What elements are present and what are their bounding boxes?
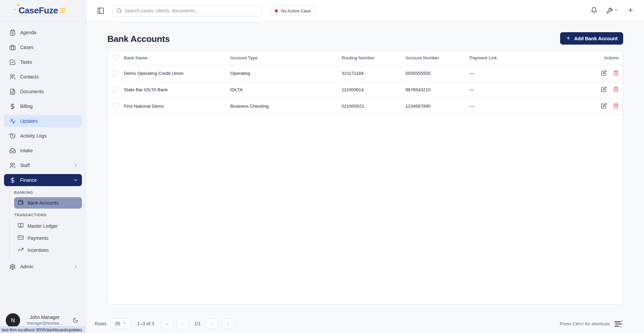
rows-label: Rows — [95, 321, 106, 326]
credit-card-icon — [18, 235, 23, 242]
table-row[interactable]: State Bar IOLTA Bank IOLTA 111000614 987… — [108, 81, 623, 98]
bell-icon — [591, 7, 597, 15]
global-search — [112, 5, 262, 16]
row-checkbox[interactable] — [112, 103, 118, 109]
wallet-icon — [18, 200, 23, 207]
sidebar-item-billing[interactable]: Billing — [4, 100, 82, 112]
app-window: ✦ ✦ CaseFuze Agenda Cases — [0, 0, 644, 333]
table-header-row: Bank Name Account Type Routing Number Ac… — [108, 51, 623, 65]
column-header-routing-number[interactable]: Routing Number — [342, 51, 405, 65]
pagination-range: 1–3 of 3 — [137, 321, 154, 326]
sidebar-item-activity-logs[interactable]: Activity Logs — [4, 130, 82, 142]
column-header-account-number[interactable]: Account Number — [405, 51, 469, 65]
file-text-icon — [9, 89, 16, 95]
cell-routing-number: 321171184 — [342, 65, 405, 81]
rows-per-page-select[interactable]: 20 — [110, 318, 131, 329]
history-icon — [9, 133, 16, 139]
dollar-icon — [9, 177, 16, 183]
search-input[interactable] — [125, 8, 257, 13]
column-header-payment-link[interactable]: Payment Link — [469, 51, 577, 65]
sidebar-item-label: Tasks — [20, 59, 79, 65]
column-header-bank-name[interactable]: Bank Name — [124, 51, 230, 65]
activity-icon — [9, 118, 16, 124]
sidebar-item-label: Documents — [20, 89, 79, 94]
pagination: Rows 20 1–3 of 3 « ‹ 1/1 › » — [95, 318, 234, 329]
edit-button[interactable] — [601, 103, 607, 110]
active-case-label: No Active Case — [281, 8, 311, 13]
last-page-button[interactable]: » — [222, 318, 234, 329]
sidebar-item-updates[interactable]: Updates — [4, 115, 82, 127]
avatar[interactable]: N — [6, 313, 20, 328]
sidebar-item-bank-accounts[interactable]: Bank Accounts — [14, 197, 82, 209]
add-bank-account-button[interactable]: Add Bank Account — [560, 32, 623, 45]
sparkle-lines-icon[interactable] — [614, 319, 623, 328]
edit-button[interactable] — [601, 70, 607, 77]
clipboard-icon — [9, 30, 16, 36]
sidebar-item-admin[interactable]: Admin — [4, 261, 82, 273]
column-header-account-type[interactable]: Account Type — [230, 51, 342, 65]
sidebar-item-master-ledger[interactable]: Master Ledger — [14, 221, 82, 231]
sidebar-item-label: Admin — [20, 264, 73, 269]
sidebar-item-label: Finance — [20, 177, 73, 183]
moon-icon — [72, 319, 79, 324]
sidebar-item-contacts[interactable]: Contacts — [4, 71, 82, 83]
sidebar-item-agenda[interactable]: Agenda — [4, 26, 82, 39]
sidebar-item-incentives[interactable]: Incentives — [14, 245, 82, 255]
row-checkbox[interactable] — [112, 87, 118, 93]
panel-left-icon — [97, 10, 104, 15]
admin-section: Admin — [0, 261, 86, 273]
sidebar-nav: Agenda Cases Tasks Contacts Documents Bi… — [0, 26, 86, 186]
sidebar-item-label: Master Ledger — [28, 223, 58, 229]
sidebar-item-label: Billing — [20, 104, 79, 109]
sparkle-lines-icon — [59, 6, 67, 15]
user-name: John Manager — [20, 315, 69, 320]
inbox-icon — [9, 148, 16, 154]
table-row[interactable]: Demo Operating Credit Union Operating 32… — [108, 65, 623, 81]
quick-add-button[interactable] — [627, 7, 634, 15]
rows-per-page-value: 20 — [115, 321, 120, 326]
edit-button[interactable] — [601, 87, 607, 93]
sidebar-item-cases[interactable]: Cases — [4, 41, 82, 53]
delete-button[interactable] — [613, 70, 619, 77]
sparkle-icon: ✦ — [14, 8, 16, 11]
sidebar-item-staff[interactable]: Staff — [4, 159, 82, 171]
next-page-button[interactable]: › — [206, 318, 218, 329]
app-logo[interactable]: ✦ ✦ CaseFuze — [18, 5, 67, 16]
row-checkbox[interactable] — [112, 70, 118, 76]
select-all-checkbox[interactable] — [112, 55, 118, 61]
user-email: manager@testlaw... — [20, 321, 69, 326]
topbar: No Active Case — [87, 0, 644, 21]
first-page-button[interactable]: « — [161, 318, 173, 329]
sidebar-item-documents[interactable]: Documents — [4, 86, 82, 98]
page-indicator: 1/1 — [194, 321, 201, 326]
chevron-right-icon — [73, 264, 79, 269]
logo-text: CaseFuze — [18, 5, 58, 16]
notifications-button[interactable] — [591, 7, 597, 15]
cell-account-number: 1234567890 — [405, 98, 469, 114]
sidebar-item-tasks[interactable]: Tasks — [4, 56, 82, 68]
dark-mode-toggle[interactable] — [72, 317, 79, 324]
previous-page-button[interactable]: ‹ — [177, 318, 189, 329]
sidebar-item-intake[interactable]: Intake — [4, 145, 82, 157]
finance-subtree: BANKING Bank Accounts TRANSACTIONS Maste… — [0, 188, 86, 255]
sidebar-toggle-button[interactable] — [97, 7, 104, 14]
tools-menu-button[interactable] — [606, 7, 618, 14]
sidebar-item-payments[interactable]: Payments — [14, 233, 82, 243]
sidebar-item-label: Contacts — [20, 74, 79, 79]
edit-icon — [601, 103, 607, 110]
bank-accounts-card: Bank Name Account Type Routing Number Ac… — [107, 50, 623, 304]
subtree-guide-line — [9, 189, 10, 259]
sidebar-item-label: Intake — [20, 148, 79, 153]
delete-button[interactable] — [613, 103, 619, 110]
cell-bank-name: First National Demo — [124, 98, 230, 114]
shortcut-hint-area: Press Ctrl+/ for shortcuts — [560, 319, 623, 328]
sidebar-item-finance[interactable]: Finance — [4, 174, 82, 186]
cell-routing-number: 021000021 — [342, 98, 405, 114]
trash-icon — [613, 103, 619, 110]
table-row[interactable]: First National Demo Business Checking 02… — [108, 98, 623, 114]
chevron-down-icon — [73, 177, 79, 183]
delete-button[interactable] — [613, 87, 619, 93]
sidebar-item-label: Cases — [20, 45, 79, 50]
active-case-badge[interactable]: No Active Case — [270, 6, 315, 16]
bank-accounts-table: Bank Name Account Type Routing Number Ac… — [108, 51, 623, 115]
